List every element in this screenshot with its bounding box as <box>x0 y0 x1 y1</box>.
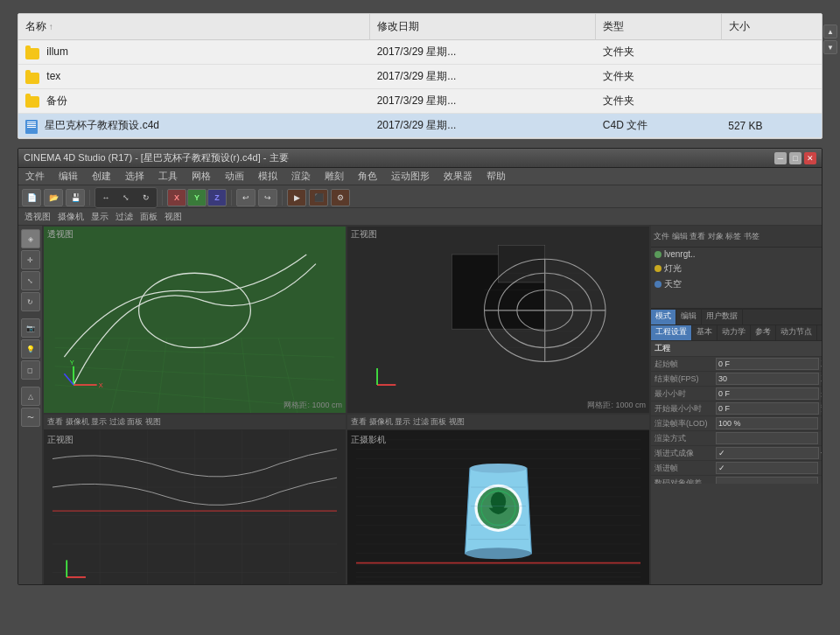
btn-z[interactable]: Z <box>207 189 227 206</box>
prop-input[interactable] <box>716 417 818 429</box>
c4d-viewports: 透视图 <box>43 226 651 585</box>
tool-light[interactable]: 💡 <box>21 339 40 359</box>
toolbar-open[interactable]: 📂 <box>44 189 63 206</box>
col-name[interactable]: 名称 <box>18 14 370 40</box>
file-name-text: 备份 <box>46 94 67 107</box>
tb2-view[interactable]: 视图 <box>162 210 185 224</box>
c4d-toolbar: 📄 📂 💾 ↔ ⤡ ↻ X Y Z ↩ ↪ ▶ ⬛ ⚙ <box>18 185 822 208</box>
object-dot <box>654 251 662 258</box>
menu-item-角色[interactable]: 角色 <box>354 169 381 184</box>
menu-item-模拟[interactable]: 模拟 <box>255 169 281 184</box>
menu-item-文件[interactable]: 文件 <box>22 169 48 184</box>
prop-tab-1[interactable]: 编辑 <box>676 310 702 324</box>
tool-poly[interactable]: △ <box>21 387 40 406</box>
tool-move[interactable]: ✛ <box>21 250 40 269</box>
tool-camera[interactable]: 📷 <box>21 318 40 338</box>
object-item[interactable]: 灯光 <box>651 261 822 276</box>
tool-scale[interactable]: ⤡ <box>21 271 40 290</box>
toolbar-new[interactable]: 📄 <box>22 189 41 206</box>
prop-row: 渐进式成像信用单数模式 <box>651 446 822 461</box>
object-item[interactable]: 天空 <box>651 276 822 292</box>
prop-input[interactable] <box>716 477 818 484</box>
tool-rotate[interactable]: ↻ <box>21 292 40 311</box>
viewport-perspective[interactable]: 透视图 <box>43 226 346 414</box>
prop-label: 渲染帧率(LOD) <box>654 418 716 429</box>
menu-item-网格[interactable]: 网格 <box>188 169 214 184</box>
close-button[interactable]: ✕ <box>804 152 816 164</box>
btn-redo[interactable]: ↪ <box>258 189 277 206</box>
file-row[interactable]: tex 2017/3/29 星期... 文件夹 <box>18 65 822 89</box>
menu-item-创建[interactable]: 创建 <box>88 169 115 184</box>
viewport-camera[interactable]: 查看 摄像机 显示 过滤 面板 视图 正摄影机 <box>346 414 650 585</box>
prop-row: 结束帧(FPS)工程坐标 <box>651 372 822 387</box>
menu-item-工具[interactable]: 工具 <box>155 169 181 184</box>
c4d-left-sidebar: ◈ ✛ ⤡ ↻ 📷 💡 ◻ △ 〜 <box>18 226 43 585</box>
prop-input[interactable] <box>716 387 819 400</box>
c4d-main: ◈ ✛ ⤡ ↻ 📷 💡 ◻ △ 〜 透视图 <box>18 226 822 585</box>
file-name-text: tex <box>46 70 60 82</box>
toolbar-save[interactable]: 💾 <box>66 189 85 206</box>
col-type[interactable]: 类型 <box>596 14 721 40</box>
btn-rotate[interactable]: ↻ <box>136 189 156 206</box>
prop-tab-0[interactable]: 模式 <box>651 310 676 324</box>
svg-rect-16 <box>499 245 545 283</box>
prop-tab2-4[interactable]: 动力节点 <box>776 325 817 340</box>
tool-select[interactable]: ◈ <box>21 229 40 248</box>
toolbar-sep4 <box>282 190 283 206</box>
menu-item-帮助[interactable]: 帮助 <box>483 169 509 184</box>
menu-item-渲染[interactable]: 渲染 <box>288 169 314 184</box>
svg-text:X: X <box>99 381 103 389</box>
btn-render-settings[interactable]: ⚙ <box>331 189 350 206</box>
svg-line-12 <box>64 373 74 385</box>
btn-render-view[interactable]: ⬛ <box>309 189 328 206</box>
btn-render[interactable]: ▶ <box>287 189 306 206</box>
prop-tab2-3[interactable]: 参考 <box>751 325 776 340</box>
btn-y[interactable]: Y <box>187 189 206 206</box>
viewport-top[interactable]: 正视图 <box>346 226 650 414</box>
tb2-panel[interactable]: 面板 <box>137 210 160 224</box>
btn-undo[interactable]: ↩ <box>236 189 256 206</box>
prop-tab2-2[interactable]: 动力学 <box>718 325 751 340</box>
prop-row: 最小小时最大小时 <box>651 387 822 401</box>
tb2-display[interactable]: 显示 <box>88 210 111 224</box>
prop-tab-2[interactable]: 用户数据 <box>702 310 743 324</box>
tb2-viewport[interactable]: 透视图 <box>22 210 53 224</box>
btn-x[interactable]: X <box>167 189 186 206</box>
btn-scale[interactable]: ⤡ <box>116 189 136 206</box>
prop-input[interactable] <box>716 432 818 444</box>
file-row[interactable]: illum 2017/3/29 星期... 文件夹 <box>18 40 822 65</box>
tool-spline[interactable]: 〜 <box>21 408 40 427</box>
folder-icon <box>25 73 39 84</box>
minimize-button[interactable]: ─ <box>774 152 787 164</box>
prop-input[interactable] <box>716 373 819 385</box>
menu-item-选择[interactable]: 选择 <box>122 169 148 184</box>
col-size[interactable]: 大小 <box>721 14 822 40</box>
prop-tab2-0[interactable]: 工程设置 <box>651 325 692 340</box>
prop-tab2-1[interactable]: 基本 <box>692 325 718 340</box>
viewport-front[interactable]: 查看 摄像机 显示 过滤 面板 视图 正视图 <box>43 414 346 585</box>
tb2-camera[interactable]: 摄像机 <box>55 210 87 224</box>
prop-tab2-5[interactable]: 初始帧 <box>817 325 822 340</box>
btn-move[interactable]: ↔ <box>96 189 116 206</box>
toolbar-sep3 <box>231 190 232 206</box>
menu-item-编辑[interactable]: 编辑 <box>55 169 81 184</box>
tool-object[interactable]: ◻ <box>21 360 40 380</box>
col-date[interactable]: 修改日期 <box>370 14 596 40</box>
prop-row: 渐进帧 <box>651 461 822 476</box>
menu-item-运动图形[interactable]: 运动图形 <box>388 169 433 184</box>
prop-input[interactable] <box>716 402 819 415</box>
file-row[interactable]: 星巴克杯子教程预设.c4d 2017/3/29 星期... C4D 文件 527… <box>18 114 822 138</box>
object-item[interactable]: lvenrgt.. <box>651 248 822 261</box>
file-explorer: 名称 修改日期 类型 大小 illum 2017/3/29 星期... 文件夹 … <box>18 13 822 139</box>
file-row[interactable]: 备份 2017/3/29 星期... 文件夹 <box>18 89 822 114</box>
tb2-filter[interactable]: 过滤 <box>113 210 136 224</box>
maximize-button[interactable]: □ <box>789 152 802 164</box>
menu-item-动画[interactable]: 动画 <box>221 169 248 184</box>
prop-input[interactable] <box>716 358 819 370</box>
menu-item-雕刻[interactable]: 雕刻 <box>321 169 347 184</box>
prop-input[interactable] <box>716 447 819 459</box>
menu-item-效果器[interactable]: 效果器 <box>440 169 476 184</box>
c4d-right-panel: 文件 编辑 查看 对象 标签 书签 lvenrgt..灯光天空 ▲ ▼ 模式编辑… <box>651 226 822 585</box>
prop-input[interactable] <box>716 462 818 474</box>
prop-row: 渲染方式 <box>651 431 822 446</box>
